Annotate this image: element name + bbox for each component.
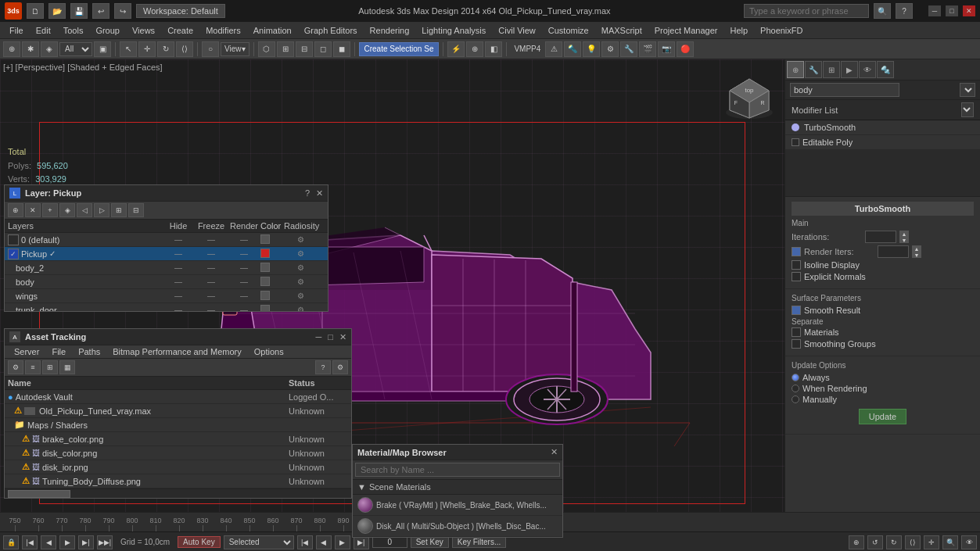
explicit-normals-checkbox[interactable] [792, 272, 801, 281]
tl-nav-2[interactable]: ↺ [867, 535, 883, 549]
layer-0-color[interactable] [260, 234, 284, 245]
tl-transport-2[interactable]: ◀ [316, 535, 332, 549]
layer-row-wings[interactable]: wings — — — ⚙ [5, 289, 328, 303]
render-iters-down-btn[interactable]: ▼ [912, 252, 921, 258]
auto-key-btn[interactable]: Auto Key [178, 536, 221, 548]
save-btn[interactable]: 💾 [70, 3, 88, 19]
object-name-input[interactable]: body [790, 83, 899, 97]
layer-body-color[interactable] [260, 277, 284, 288]
menu-edit[interactable]: Edit [30, 24, 57, 37]
asset-btn-1[interactable]: ⚙ [8, 360, 23, 374]
layer-help-btn[interactable]: ? [305, 188, 310, 198]
iterations-up-btn[interactable]: ▲ [899, 231, 909, 237]
menu-graph-editors[interactable]: Graph Editors [298, 24, 364, 37]
hierarchy-tab-icon[interactable]: ⊞ [823, 61, 840, 78]
toolbar-btn-13[interactable]: ◧ [485, 41, 502, 57]
toolbar-btn-20[interactable]: 📷 [658, 41, 675, 57]
set-key-btn[interactable]: Set Key [411, 536, 449, 548]
manually-radio[interactable] [792, 395, 799, 403]
motion-tab-icon[interactable]: ▶ [841, 61, 858, 78]
tl-nav-3[interactable]: ↻ [886, 535, 902, 549]
workspace-selector[interactable]: Workspace: Default [136, 4, 225, 18]
toolbar-btn-7[interactable]: ⊞ [277, 41, 294, 57]
asset-settings-btn[interactable]: ⚙ [332, 360, 348, 374]
menu-lighting[interactable]: Lighting Analysis [415, 24, 492, 37]
menu-rendering[interactable]: Rendering [364, 24, 416, 37]
select-btn[interactable]: ↖ [120, 41, 137, 57]
layer-row-body[interactable]: body — — — ⚙ [5, 275, 328, 289]
modifier-list-dropdown[interactable]: ▾ [961, 102, 974, 117]
update-button[interactable]: Update [859, 409, 906, 424]
iterations-down-btn[interactable]: ▼ [899, 237, 909, 243]
layer-btn-6[interactable]: ⊞ [111, 203, 127, 217]
toolbar-btn-8[interactable]: ⊟ [296, 41, 313, 57]
render-iters-input[interactable]: 2 [878, 245, 909, 258]
menu-civil-view[interactable]: Civil View [492, 24, 541, 37]
always-radio[interactable] [792, 374, 799, 381]
layer-row-body2[interactable]: body_2 — — — ⚙ [5, 261, 328, 275]
layer-row-pickup[interactable]: ✓ Pickup ✓ — — — ⚙ [5, 247, 328, 261]
tl-nav-4[interactable]: ⟨⟩ [905, 535, 921, 549]
asset-minimize-btn[interactable]: ─ [316, 332, 322, 342]
tl-nav-6[interactable]: 🔍 [942, 535, 958, 549]
layer-btn-delete[interactable]: ✕ [25, 203, 41, 217]
menu-create[interactable]: Create [161, 24, 199, 37]
close-button[interactable]: ✕ [963, 5, 975, 16]
smoothing-groups-checkbox[interactable] [792, 339, 801, 349]
toolbar-btn-3[interactable]: ◈ [41, 41, 58, 57]
layer-0-color-swatch[interactable] [260, 234, 270, 244]
new-btn[interactable]: 🗋 [27, 3, 44, 19]
goto-end-btn[interactable]: ▶▶| [97, 535, 113, 549]
asset-horizontal-scrollbar[interactable] [5, 488, 351, 498]
layer-body-swatch[interactable] [260, 277, 270, 286]
asset-row-maps[interactable]: 📁 Maps / Shaders [5, 418, 351, 432]
asset-btn-4[interactable]: ▦ [59, 360, 75, 374]
toolbar-btn-5[interactable]: ○ [202, 41, 219, 57]
menu-project-manager[interactable]: Project Manager [648, 24, 724, 37]
toolbar-btn-9[interactable]: ◻ [314, 41, 332, 57]
utilities-tab-icon[interactable]: 🔩 [877, 61, 894, 78]
search-input[interactable] [744, 4, 869, 18]
layer-btn-5[interactable]: ▷ [94, 203, 109, 217]
prev-frame-btn[interactable]: ◀ [41, 535, 56, 549]
toolbar-btn-12[interactable]: ⊕ [466, 41, 483, 57]
asset-maximize-btn[interactable]: □ [328, 332, 333, 342]
matbrowser-close-btn[interactable]: ✕ [551, 447, 558, 457]
help-icon[interactable]: ? [896, 3, 913, 19]
open-btn[interactable]: 📂 [48, 3, 66, 19]
goto-start-btn[interactable]: |◀ [22, 535, 38, 549]
toolbar-btn-6[interactable]: ⬡ [258, 41, 275, 57]
menu-help[interactable]: Help [723, 24, 754, 37]
when-rendering-radio[interactable] [792, 385, 799, 392]
toolbar-btn-2[interactable]: ✱ [22, 41, 39, 57]
layer-btn-4[interactable]: ◁ [77, 203, 92, 217]
asset-btn-3[interactable]: ⊞ [42, 360, 58, 374]
key-filter-select[interactable]: Selected [224, 535, 294, 549]
frame-counter-input[interactable] [372, 536, 407, 548]
toolbar-btn-21[interactable]: 🔴 [677, 41, 694, 57]
scale-btn[interactable]: ⟨⟩ [176, 41, 193, 57]
layer-row-trunk[interactable]: trunk_door — — — ⚙ [5, 303, 328, 311]
asset-menu-bitmap-perf[interactable]: Bitmap Performance and Memory [106, 345, 247, 358]
menu-views[interactable]: Views [126, 24, 161, 37]
create-selection-btn[interactable]: Create Selection Se [359, 42, 440, 56]
turbosmooth-modifier-item[interactable]: TurboSmooth [785, 120, 980, 135]
tl-transport-1[interactable]: |◀ [297, 535, 313, 549]
layer-body2-color[interactable] [260, 263, 284, 274]
menu-file[interactable]: File [3, 24, 30, 37]
asset-help-btn[interactable]: ? [315, 360, 331, 374]
layer-btn-add[interactable]: + [42, 203, 58, 217]
menu-group[interactable]: Group [89, 24, 126, 37]
toolbar-btn-15[interactable]: 🔦 [564, 41, 581, 57]
layer-pickup-color[interactable] [260, 249, 284, 259]
asset-row-tuning[interactable]: ⚠ 🖼 Tuning_Body_Diffuse.png Unknown [5, 474, 351, 488]
asset-menu-options[interactable]: Options [248, 345, 290, 358]
matbrowser-item-disk[interactable]: Disk_All ( Multi/Sub-Object ) [Whells_Di… [353, 516, 562, 537]
layer-rows-scroll[interactable]: 0 (default) — — — ⚙ ✓ Pickup ✓ — — — ⚙ [5, 233, 328, 311]
render-iters-up-btn[interactable]: ▲ [912, 245, 921, 252]
tl-transport-3[interactable]: ▶ [335, 535, 350, 549]
search-button[interactable]: 🔍 [874, 3, 891, 19]
undo-btn[interactable]: ↩ [92, 3, 109, 19]
asset-btn-2[interactable]: ≡ [25, 360, 41, 374]
layer-pickup-color-swatch[interactable] [260, 249, 270, 258]
